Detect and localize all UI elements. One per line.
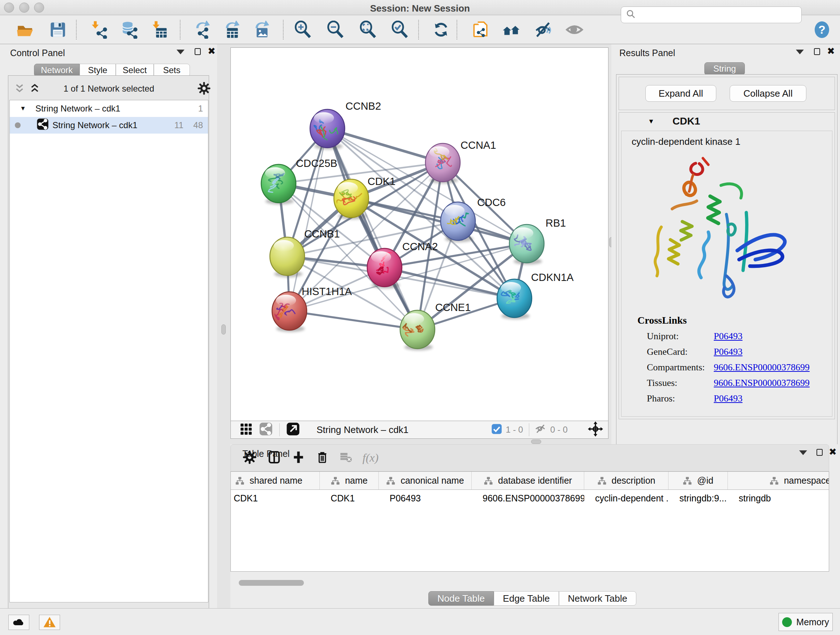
expand-all-button[interactable]: Expand All (645, 85, 716, 102)
network-node-RB1[interactable] (509, 225, 544, 264)
network-share-view-icon[interactable] (259, 422, 273, 437)
tab-string[interactable]: String (704, 62, 745, 75)
column-header-namespace[interactable]: namespace (728, 472, 829, 489)
network-node-CCNE1[interactable] (400, 310, 435, 350)
node-label-HIST1H1A: HIST1H1A (302, 286, 352, 297)
export-image-icon (251, 21, 269, 39)
cloud-button[interactable] (8, 615, 29, 630)
results-panel-collapse-icon[interactable] (796, 50, 804, 54)
tab-network-table[interactable]: Network Table (559, 591, 636, 606)
network-node-CDKN1A[interactable] (497, 279, 532, 319)
export-table-button[interactable] (221, 19, 240, 40)
open-session-button[interactable] (15, 19, 35, 40)
add-column-icon[interactable] (292, 450, 305, 466)
collapse-all-button[interactable]: Collapse All (729, 85, 806, 102)
network-node-CCNB1[interactable] (270, 237, 305, 277)
help-button[interactable]: ? (813, 21, 831, 40)
show-all-button[interactable] (565, 19, 584, 40)
crosslink-link[interactable]: P06493 (714, 347, 742, 357)
control-panel-collapse-icon[interactable] (177, 50, 185, 54)
duplicate-network-button[interactable] (471, 19, 491, 40)
selected-checkbox-icon[interactable] (491, 424, 502, 436)
control-panel-float-icon[interactable] (195, 48, 201, 55)
crosslink-link[interactable]: 9606.ENSP00000378699 (714, 362, 810, 373)
column-header-name[interactable]: name (320, 472, 379, 489)
network-row-selected[interactable]: String Network – cdk1 11 48 (10, 117, 208, 134)
network-node-CCNA1[interactable] (425, 143, 460, 184)
grid-view-icon[interactable] (240, 423, 253, 437)
column-header--id[interactable]: @id (668, 472, 728, 489)
fit-navigate-crosshair-icon[interactable] (588, 421, 603, 438)
save-session-button[interactable] (48, 19, 68, 40)
network-canvas[interactable]: CCNB2CCNA1CDC25BCDK1CDC6RB1CCNB1CCNA2CDK… (231, 48, 608, 421)
network-view-toolbar: String Network – cdk1 1 - 0 0 - 0 (231, 421, 608, 439)
table-cell[interactable]: stringdb:9... (668, 490, 728, 507)
tab-select[interactable]: Select (116, 64, 154, 77)
table-panel-collapse-icon[interactable] (799, 450, 807, 455)
tab-edge-table[interactable]: Edge Table (494, 591, 559, 606)
refresh-view-button[interactable] (431, 19, 451, 40)
export-image-button[interactable] (250, 19, 270, 40)
crosslink-link[interactable]: 9606.ENSP00000378699 (714, 378, 810, 388)
zoom-out-button[interactable] (325, 19, 345, 40)
zoom-in-button[interactable] (293, 19, 313, 40)
table-horizontal-scrollbar[interactable] (239, 580, 304, 586)
column-header-label: shared name (249, 475, 302, 486)
import-table-button[interactable] (149, 19, 169, 40)
table-cell[interactable]: cyclin-dependent ... (584, 490, 668, 507)
left-splitter-grip[interactable] (221, 325, 226, 334)
zoom-selected-button[interactable] (390, 19, 409, 40)
section-expander-icon[interactable]: ▼ (648, 118, 654, 125)
hidden-eye-icon[interactable] (534, 423, 546, 437)
zoom-fit-button[interactable] (358, 19, 378, 40)
crosslink-link[interactable]: P06493 (714, 393, 742, 404)
column-header-database-identifier[interactable]: database identifier (472, 472, 584, 489)
control-panel-close-icon[interactable]: ✖ (208, 48, 216, 55)
column-header-shared-name[interactable]: shared name (231, 472, 320, 489)
delete-column-trash-icon[interactable] (316, 450, 329, 466)
table-cell[interactable]: stringdb (728, 490, 829, 507)
table-panel-close-icon[interactable]: ✖ (829, 448, 837, 455)
tab-sets[interactable]: Sets (154, 64, 190, 77)
search-box[interactable] (621, 6, 802, 23)
network-node-HIST1H1A[interactable] (272, 292, 307, 332)
hide-selected-button[interactable] (533, 19, 553, 40)
tab-node-table[interactable]: Node Table (428, 591, 494, 606)
node-label-CCNA2: CCNA2 (402, 241, 438, 252)
table-cell[interactable]: P06493 (379, 490, 472, 507)
tree-expander-icon[interactable]: ▼ (20, 105, 26, 112)
table-row[interactable]: CDK1CDK1P064939606.ENSP00000378699cyclin… (231, 490, 829, 507)
open-in-new-window-icon[interactable] (286, 422, 300, 437)
import-network-button[interactable] (89, 19, 109, 40)
network-graph[interactable]: CCNB2CCNA1CDC25BCDK1CDC6RB1CCNB1CCNA2CDK… (231, 48, 608, 421)
memory-button[interactable]: Memory (778, 613, 833, 631)
network-edge[interactable] (327, 128, 443, 163)
column-header-description[interactable]: description (584, 472, 668, 489)
network-edge[interactable] (289, 128, 327, 311)
crosslink-link[interactable]: P06493 (714, 331, 742, 342)
table-panel: Table Panel ✖ f(x) shared namenamecanoni… (231, 444, 840, 608)
column-header-canonical-name[interactable]: canonical name (379, 472, 472, 489)
table-cell[interactable]: 9606.ENSP00000378699 (472, 490, 584, 507)
import-network-database-button[interactable] (119, 19, 139, 40)
warning-button[interactable] (39, 615, 60, 630)
table-cell[interactable]: CDK1 (231, 490, 320, 507)
tab-style[interactable]: Style (80, 64, 116, 77)
node-label-CDK1: CDK1 (368, 176, 395, 187)
network-collection-row[interactable]: ▼ String Network – cdk1 1 (10, 100, 208, 117)
tab-network[interactable]: Network (34, 64, 80, 77)
table-panel-float-icon[interactable] (816, 449, 823, 456)
toolbar-separator (76, 20, 77, 40)
table-cell[interactable]: CDK1 (320, 490, 379, 507)
search-input[interactable] (636, 10, 792, 20)
network-options-gear-icon[interactable] (197, 81, 211, 97)
export-network-button[interactable] (191, 19, 210, 40)
home-button[interactable] (501, 19, 521, 40)
network-node-CDC25B[interactable] (261, 165, 296, 204)
network-edge[interactable] (289, 311, 417, 329)
crosslink-label: Compartments: (647, 362, 714, 373)
bottom-splitter-grip[interactable] (531, 440, 541, 444)
results-panel-float-icon[interactable] (814, 48, 820, 55)
network-edge[interactable] (327, 128, 417, 329)
results-panel-close-icon[interactable]: ✖ (827, 48, 835, 55)
